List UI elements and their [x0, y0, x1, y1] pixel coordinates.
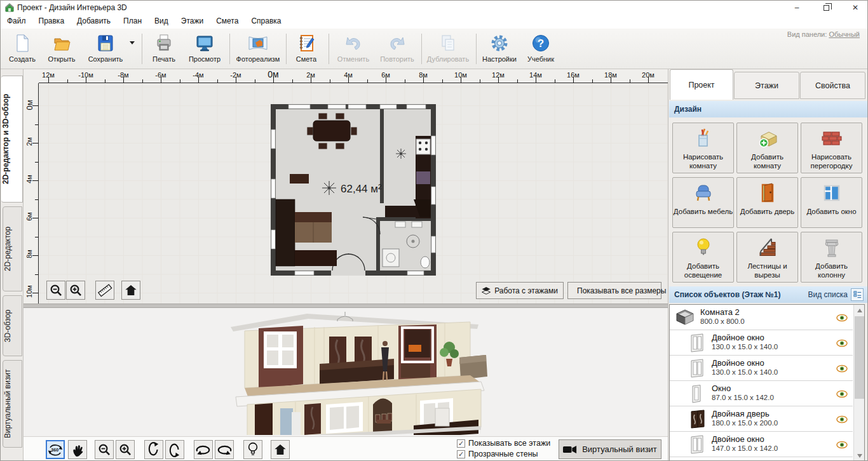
show-all-floors-checkbox[interactable]: ✓	[457, 439, 465, 448]
object-row-double-door[interactable]: Двойная дверь 180.0 x 15.0 x 200.0	[670, 406, 853, 432]
add-door-button[interactable]: Добавить дверь	[736, 177, 798, 228]
zoom-out-2d-button[interactable]	[46, 281, 65, 300]
print-button[interactable]: Печать	[148, 32, 180, 66]
floors-work-button[interactable]: Работа с этажами	[476, 282, 564, 299]
object-row-double-window[interactable]: Двойное окно 130.0 x 15.0 x 140.0	[670, 356, 853, 381]
scroll-down-button[interactable]	[854, 450, 865, 461]
toolbar-label: Учебник	[523, 55, 559, 63]
fit-home-3d-button[interactable]	[271, 440, 290, 459]
view-splitter[interactable]	[24, 304, 668, 308]
object-row-window[interactable]: Окно 87.0 x 15.0 x 142.0	[670, 381, 853, 406]
object-row-room[interactable]: Комната 2 800.0 x 800.0	[670, 305, 853, 330]
minimize-button[interactable]: –	[783, 1, 810, 15]
add-lighting-button[interactable]: Добавить освещение	[672, 232, 734, 283]
scrollbar-thumb[interactable]	[855, 316, 864, 399]
rotate-360-button[interactable]: 360	[46, 440, 65, 459]
visibility-eye-icon[interactable]	[836, 389, 848, 401]
tab-2d-3d-editor[interactable]: 2D-редактор и 3D-обзор	[1, 76, 23, 203]
menu-plan[interactable]: План	[117, 15, 148, 25]
open-project-button[interactable]: Открыть	[44, 32, 79, 66]
2d-plan-canvas[interactable]: 62,44 м²	[39, 83, 668, 304]
panel-view-setting: Вид панели: Обычный	[787, 30, 860, 38]
transparent-walls-option[interactable]: ✓ Прозрачные стены	[457, 450, 538, 458]
toolbar-label: Смета	[290, 55, 322, 63]
measure-tool-button[interactable]	[95, 281, 114, 300]
visibility-eye-icon[interactable]	[836, 313, 848, 324]
add-furniture-button[interactable]: Добавить мебель	[672, 177, 734, 228]
save-floppy-icon	[95, 33, 116, 53]
zoom-out-3d-button[interactable]	[95, 440, 114, 459]
zoom-in-3d-button[interactable]	[116, 440, 135, 459]
rotate-left-button[interactable]	[194, 440, 213, 459]
estimate-button[interactable]: Смета	[290, 32, 322, 66]
fit-home-2d-button[interactable]	[121, 281, 140, 300]
preview-button[interactable]: Просмотр	[185, 32, 224, 66]
tab-properties[interactable]: Свойства	[800, 72, 865, 99]
object-row-double-window[interactable]: Двойное окно 130.0 x 15.0 x 140.0	[670, 330, 853, 356]
floor-plan-drawing[interactable]: 62,44 м²	[271, 104, 436, 276]
restore-button[interactable]	[813, 1, 839, 15]
tab-label: Виртуальный визит	[3, 370, 12, 439]
rotate-down-button[interactable]	[165, 440, 184, 459]
menu-help[interactable]: Справка	[245, 15, 287, 25]
save-project-button[interactable]: Сохранить	[85, 32, 126, 66]
add-window-button[interactable]: Добавить окно	[801, 177, 862, 228]
stairs-icon	[756, 236, 779, 259]
visibility-eye-icon[interactable]	[836, 440, 848, 451]
toolbar-separator	[142, 34, 142, 64]
scroll-up-button[interactable]	[854, 305, 865, 316]
menu-add[interactable]: Добавить	[71, 15, 117, 25]
visibility-eye-icon[interactable]	[836, 338, 848, 350]
show-all-floors-option[interactable]: ✓ Показывать все этажи	[457, 439, 550, 448]
tab-project[interactable]: Проект	[670, 69, 733, 100]
design-section-header: Дизайн	[669, 101, 868, 117]
menu-estimate[interactable]: Смета	[210, 15, 245, 25]
visibility-eye-icon[interactable]	[836, 364, 848, 375]
menu-edit[interactable]: Правка	[32, 15, 71, 25]
pan-hand-button[interactable]	[68, 440, 87, 459]
save-dropdown-arrow[interactable]	[130, 41, 135, 44]
tab-2d-editor[interactable]: 2D-редактор	[3, 206, 22, 291]
rotate-right-button[interactable]	[215, 440, 234, 459]
list-view-button[interactable]	[851, 288, 864, 301]
toolbar-separator	[286, 34, 287, 64]
tutorial-button[interactable]: ? Учебник	[523, 32, 559, 66]
tab-3d-view[interactable]: 3D-обзор	[3, 295, 22, 356]
add-column-button[interactable]: Добавить колонну	[801, 232, 862, 283]
draw-partition-button[interactable]: Нарисовать перегородку	[801, 123, 862, 173]
zoom-in-2d-button[interactable]	[66, 281, 85, 300]
menu-file[interactable]: Файл	[1, 15, 32, 25]
transparent-walls-checkbox[interactable]: ✓	[457, 450, 465, 458]
tile-label: Нарисовать перегородку	[801, 152, 862, 171]
photorealism-button[interactable]: Фотореализм	[234, 32, 281, 66]
tab-floors[interactable]: Этажи	[734, 72, 799, 99]
horizontal-ruler: 12м-10м-8м-6м-4м-2м0м2м4м6м8м10м12м14м16…	[39, 69, 668, 83]
svg-text:?: ?	[538, 37, 544, 50]
show-dimensions-button[interactable]: Показывать все размеры	[567, 282, 661, 299]
virtual-visit-button[interactable]: Виртуальный визит	[559, 439, 661, 459]
object-row-double-window[interactable]: Двойное окно 147.0 x 15.0 x 142.0	[670, 432, 853, 457]
object-list-scrollbar[interactable]	[853, 305, 864, 461]
draw-room-button[interactable]: Нарисовать комнату	[672, 123, 734, 173]
redo-button[interactable]: Повторить	[377, 32, 417, 66]
panel-view-link[interactable]: Обычный	[829, 30, 860, 38]
stairs-cutouts-button[interactable]: Лестницы и вырезы	[736, 232, 798, 283]
ruler-label: 6м	[25, 207, 33, 226]
visibility-eye-icon[interactable]	[836, 415, 848, 426]
tab-virtual-visit[interactable]: Виртуальный визит	[3, 360, 22, 448]
duplicate-button[interactable]: Дублировать	[425, 32, 471, 66]
menu-floors[interactable]: Этажи	[175, 15, 210, 25]
lighting-button[interactable]	[243, 440, 262, 459]
close-button[interactable]: ✕	[842, 1, 868, 15]
rotate-360-label: 360	[51, 447, 58, 453]
new-project-button[interactable]: Создать	[6, 32, 39, 66]
tile-label: Добавить дверь	[740, 207, 795, 216]
menu-view[interactable]: Вид	[148, 15, 175, 25]
hand-icon	[71, 443, 84, 457]
settings-button[interactable]: Настройки	[480, 32, 519, 66]
undo-button[interactable]: Отменить	[334, 32, 373, 66]
add-room-button[interactable]: Добавить комнату	[736, 123, 798, 173]
armchair-icon	[692, 182, 715, 204]
3d-view-canvas[interactable]	[24, 308, 668, 436]
rotate-up-button[interactable]	[144, 440, 163, 459]
